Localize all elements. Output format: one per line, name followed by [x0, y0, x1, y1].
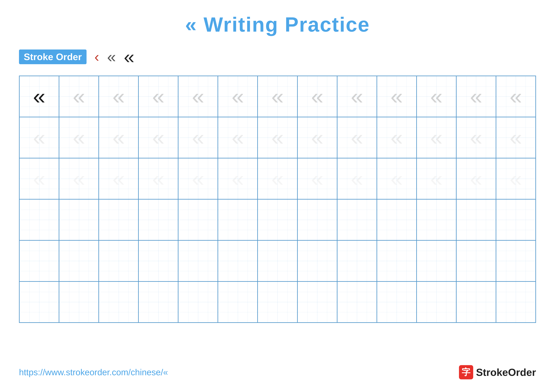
cell-r6-c10[interactable]	[377, 281, 416, 323]
cell-r5-c5[interactable]	[178, 240, 218, 281]
cell-r3-c6[interactable]: «	[218, 158, 258, 199]
cell-r3-c11[interactable]: «	[416, 158, 456, 199]
cell-r5-c10[interactable]	[377, 240, 416, 281]
footer-logo-icon: 字	[459, 365, 473, 379]
cell-r1-c10[interactable]: «	[377, 76, 416, 117]
cell-r1-c2[interactable]: «	[59, 76, 99, 117]
cell-r4-c7[interactable]	[258, 199, 297, 240]
cell-r3-c1[interactable]: «	[19, 158, 59, 199]
cell-r4-c8[interactable]	[297, 199, 337, 240]
cell-r3-c9[interactable]: «	[337, 158, 377, 199]
footer-logo-text: StrokeOrder	[476, 366, 536, 378]
cell-r6-c1[interactable]	[19, 281, 59, 323]
cell-r4-c12[interactable]	[456, 199, 496, 240]
cell-r2-c13[interactable]: «	[496, 117, 536, 158]
cell-r6-c2[interactable]	[59, 281, 99, 323]
cell-r6-c6[interactable]	[218, 281, 258, 323]
cell-r1-c11[interactable]: «	[416, 76, 456, 117]
cell-r1-c7[interactable]: «	[258, 76, 297, 117]
cell-r2-c7[interactable]: «	[258, 117, 297, 158]
cell-r5-c12[interactable]	[456, 240, 496, 281]
footer-url[interactable]: https://www.strokeorder.com/chinese/«	[19, 367, 168, 377]
cell-r3-c10[interactable]: «	[377, 158, 416, 199]
cell-r2-c12[interactable]: «	[456, 117, 496, 158]
cell-r1-c6[interactable]: «	[218, 76, 258, 117]
cell-r1-c8[interactable]: «	[297, 76, 337, 117]
footer-logo: 字 StrokeOrder	[459, 365, 536, 379]
cell-r3-c4[interactable]: «	[139, 158, 178, 199]
cell-r3-c5[interactable]: «	[178, 158, 218, 199]
cell-r6-c11[interactable]	[416, 281, 456, 323]
page-title: « Writing Practice	[19, 13, 536, 36]
cell-r3-c13[interactable]: «	[496, 158, 536, 199]
cell-r3-c8[interactable]: «	[297, 158, 337, 199]
cell-r2-c6[interactable]: «	[218, 117, 258, 158]
cell-r1-c5[interactable]: «	[178, 76, 218, 117]
cell-r2-c11[interactable]: «	[416, 117, 456, 158]
cell-r6-c8[interactable]	[297, 281, 337, 323]
cell-r2-c10[interactable]: «	[377, 117, 416, 158]
stroke-order-row: Stroke Order ‹ « «	[19, 46, 536, 68]
cell-r3-c12[interactable]: «	[456, 158, 496, 199]
stroke-step-2: «	[107, 48, 116, 66]
char-reference: «	[33, 86, 45, 107]
cell-r4-c2[interactable]	[59, 199, 99, 240]
cell-r6-c13[interactable]	[496, 281, 536, 323]
cell-r5-c6[interactable]	[218, 240, 258, 281]
cell-r1-c9[interactable]: «	[337, 76, 377, 117]
cell-r1-c4[interactable]: «	[139, 76, 178, 117]
cell-r5-c13[interactable]	[496, 240, 536, 281]
cell-r3-c2[interactable]: «	[59, 158, 99, 199]
cell-r4-c10[interactable]	[377, 199, 416, 240]
cell-r6-c5[interactable]	[178, 281, 218, 323]
stroke-step-1: ‹	[95, 49, 99, 65]
cell-r4-c3[interactable]	[99, 199, 139, 240]
cell-r5-c4[interactable]	[139, 240, 178, 281]
cell-r6-c4[interactable]	[139, 281, 178, 323]
cell-r2-c3[interactable]: «	[99, 117, 139, 158]
header: « Writing Practice	[19, 13, 536, 36]
cell-r6-c3[interactable]	[99, 281, 139, 323]
cell-r3-c7[interactable]: «	[258, 158, 297, 199]
cell-r5-c9[interactable]	[337, 240, 377, 281]
cell-r4-c13[interactable]	[496, 199, 536, 240]
cell-r4-c6[interactable]	[218, 199, 258, 240]
footer: https://www.strokeorder.com/chinese/« 字 …	[19, 365, 536, 379]
cell-r6-c7[interactable]	[258, 281, 297, 323]
cell-r6-c12[interactable]	[456, 281, 496, 323]
cell-r5-c7[interactable]	[258, 240, 297, 281]
page: « Writing Practice Stroke Order ‹ « « « …	[0, 0, 555, 392]
cell-r4-c11[interactable]	[416, 199, 456, 240]
stroke-order-badge: Stroke Order	[19, 50, 87, 64]
cell-r4-c9[interactable]	[337, 199, 377, 240]
cell-r5-c8[interactable]	[297, 240, 337, 281]
cell-r4-c1[interactable]	[19, 199, 59, 240]
cell-r5-c2[interactable]	[59, 240, 99, 281]
cell-r2-c2[interactable]: «	[59, 117, 99, 158]
practice-grid: « « « « « « « « « « « « « « « « « « « « …	[19, 76, 536, 323]
cell-r2-c4[interactable]: «	[139, 117, 178, 158]
title-icon: «	[185, 13, 197, 36]
cell-r4-c4[interactable]	[139, 199, 178, 240]
cell-r2-c1[interactable]: «	[19, 117, 59, 158]
cell-r2-c9[interactable]: «	[337, 117, 377, 158]
cell-r1-c3[interactable]: «	[99, 76, 139, 117]
cell-r5-c11[interactable]	[416, 240, 456, 281]
stroke-step-3: «	[124, 46, 134, 68]
cell-r1-c1[interactable]: «	[19, 76, 59, 117]
cell-r2-c5[interactable]: «	[178, 117, 218, 158]
cell-r5-c1[interactable]	[19, 240, 59, 281]
cell-r1-c13[interactable]: «	[496, 76, 536, 117]
cell-r5-c3[interactable]	[99, 240, 139, 281]
cell-r4-c5[interactable]	[178, 199, 218, 240]
cell-r3-c3[interactable]: «	[99, 158, 139, 199]
cell-r1-c12[interactable]: «	[456, 76, 496, 117]
cell-r6-c9[interactable]	[337, 281, 377, 323]
cell-r2-c8[interactable]: «	[297, 117, 337, 158]
